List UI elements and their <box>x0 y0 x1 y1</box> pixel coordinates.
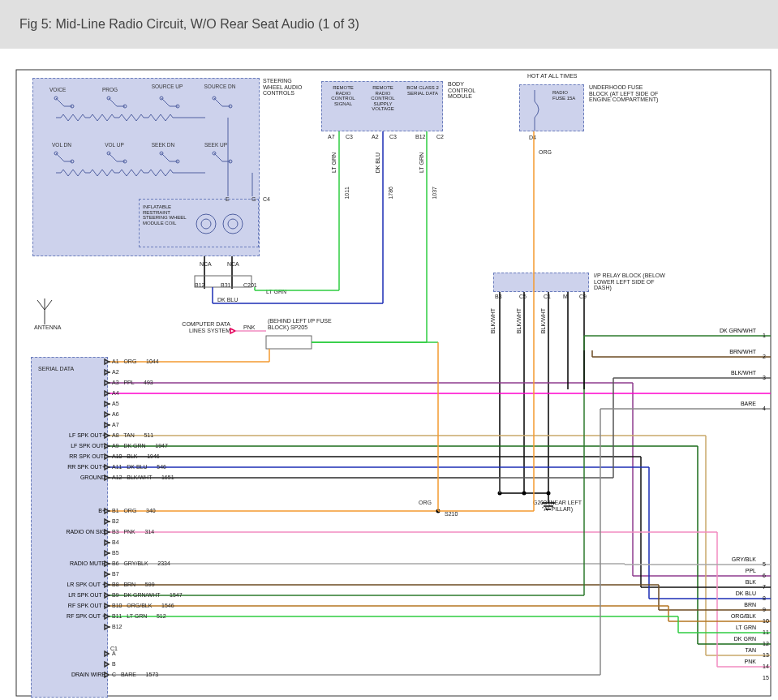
bcm-c1: REMOTE RADIO CONTROL SIGNAL <box>327 85 359 106</box>
bcm-n2: 1786 <box>388 187 394 200</box>
radio-signal-label: LF SPK OUT+ <box>0 432 105 438</box>
svg-point-63 <box>522 492 527 496</box>
right-wire-num: 7 <box>763 584 776 590</box>
ltgrn-lbl: LT GRN <box>266 289 286 295</box>
pin-label: B9 DK GRN/WHT 1547 <box>112 592 183 598</box>
right-wire-color: DK BLU <box>714 590 756 596</box>
right-wire-color: TAN <box>714 647 756 653</box>
dkblu-lbl: DK BLU <box>217 297 238 303</box>
bcm-w2: DK BLU <box>375 152 381 173</box>
bcm-p3: B12 <box>415 134 425 140</box>
hot-label: HOT AT ALL TIMES <box>527 73 577 79</box>
pin-label: B8 BRN 599 <box>112 582 155 587</box>
pin-label: A1 ORG 1044 <box>112 359 159 364</box>
bcm-pc1: C3 <box>346 134 353 140</box>
coil-box: INFLATABLE RESTRAINT STEERING WHEEL MODU… <box>139 199 259 247</box>
right-wire-num: 11 <box>763 629 776 635</box>
g203-label: G203 (NEAR LEFT "A" PILLAR) <box>532 500 582 512</box>
relay-bw3: BLK/WHT <box>540 308 547 333</box>
iprelay-p2: C1 <box>544 294 551 300</box>
fuse-wire: ORG <box>539 149 552 156</box>
right-wire-color: DK GRN/WHT <box>714 328 756 333</box>
c201-lbl: C201 <box>243 282 257 289</box>
iprelay-p4: C9 <box>579 294 587 300</box>
right-wire-color: DK GRN <box>714 636 756 642</box>
pin-label: C BARE 1573 <box>112 672 158 677</box>
underhood-fuse-block-box: RADIO FUSE 15A <box>519 84 584 131</box>
iprelay-p0: B3 <box>495 294 502 300</box>
radio-signal-label: B+ <box>0 508 105 513</box>
iprelay-p3: M <box>563 294 568 300</box>
right-wire-num: 9 <box>763 607 776 612</box>
bcm-pc3: C2 <box>436 134 444 140</box>
b12-lbl: B12 <box>195 282 204 289</box>
pin-label: B <box>112 661 130 667</box>
radio-signal-label: LR SPK OUT + <box>0 582 105 587</box>
bcm-p2: A2 <box>372 134 379 140</box>
radio-signal-label: LR SPK OUT - <box>0 592 105 598</box>
right-wire-num: 3 <box>763 375 776 380</box>
right-wire-color: PPL <box>714 568 756 573</box>
svg-point-36 <box>201 219 211 229</box>
pin-label: B4 <box>112 539 133 545</box>
svg-point-62 <box>498 492 502 496</box>
iprelay-p1: C5 <box>519 294 527 300</box>
ip-relay-block-box <box>493 273 589 292</box>
relay-bw2: BLK/WHT <box>516 308 522 333</box>
radio-signal-label: GROUND <box>0 475 105 480</box>
pin-label: B12 <box>112 624 136 629</box>
body-control-module-box: REMOTE RADIO CONTROL SIGNAL REMOTE RADIO… <box>321 81 443 131</box>
radio-signal-label: RF SPK OUT - <box>0 603 105 608</box>
right-wire-color: BLK/WHT <box>714 370 756 376</box>
pin-label: A8 TAN 511 <box>112 432 153 438</box>
wiring-diagram-canvas: VOICE PROG SOURCE UP SOURCE DN VOL DN VO… <box>0 49 778 698</box>
pin-label: A5 <box>112 401 133 406</box>
right-wire-color: ORG/BLK <box>714 613 756 619</box>
right-wire-color: BLK <box>714 579 756 585</box>
pin-label: B6 GRY/BLK 2334 <box>112 560 170 566</box>
right-wire-num: 13 <box>763 652 776 658</box>
svg-point-37 <box>223 214 243 234</box>
right-wire-color: BARE <box>714 401 756 406</box>
right-wire-num: 6 <box>763 573 776 578</box>
radio-signal-label: RF SPK OUT + <box>0 613 105 619</box>
fuse-svg <box>520 85 585 132</box>
figure-title-bar: Fig 5: Mid-Line Radio Circuit, W/O Rear … <box>0 0 778 49</box>
datasys-label: COMPUTER DATA LINES SYSTEM <box>182 321 230 333</box>
radio-signal-label: DRAIN WIRE <box>0 672 105 677</box>
sp205-label: (BEHIND LEFT I/P FUSE BLOCK) SP205 <box>268 318 333 330</box>
svg-point-38 <box>228 219 238 229</box>
pin-label: B5 <box>112 550 133 556</box>
svg-rect-44 <box>266 336 312 349</box>
bcm-w1: LT GRN <box>331 152 337 173</box>
pin-label: A4 <box>112 390 133 396</box>
antenna-icon <box>32 295 65 328</box>
radio-module-box: SERIAL DATA <box>31 357 108 698</box>
fuseblock-title: UNDERHOOD FUSE BLOCK (AT LEFT SIDE OF EN… <box>589 84 662 103</box>
right-wire-num: 15 <box>763 675 776 681</box>
steering-wheel-audio-controls-box: VOICE PROG SOURCE UP SOURCE DN VOL DN VO… <box>32 78 260 256</box>
right-wire-color: BRN/WHT <box>714 349 756 354</box>
pin-label: B3 PNK 314 <box>112 529 154 535</box>
right-wire-num: 12 <box>763 641 776 646</box>
s210-org: ORG <box>419 500 432 506</box>
svg-line-43 <box>45 300 52 310</box>
right-wire-color: PNK <box>714 659 756 664</box>
right-wire-color: LT GRN <box>714 625 756 630</box>
coil-svg <box>140 200 260 248</box>
pin-label: B11 LT GRN 512 <box>112 613 166 619</box>
pin-label: A3 PPL 493 <box>112 380 153 385</box>
right-wire-num: 5 <box>763 561 776 567</box>
svg-point-64 <box>547 492 551 496</box>
bcm-pc2: C3 <box>389 134 397 140</box>
right-wire-num: 4 <box>763 406 776 411</box>
pin-g: G <box>251 196 256 203</box>
pin-label: A11 DK BLU 546 <box>112 464 166 470</box>
pin-label: A9 DK GRN 1947 <box>112 443 168 449</box>
bcm-c3: BCM CLASS 2 SERIAL DATA <box>406 85 439 96</box>
bcm-n1: 1011 <box>344 187 350 200</box>
pin-label: B2 <box>112 518 133 524</box>
pin-label: A12 BLK/WHT 1651 <box>112 475 174 480</box>
pin-c4: C4 <box>263 196 270 203</box>
pin-label: B10 ORG/BLK 1546 <box>112 603 174 608</box>
